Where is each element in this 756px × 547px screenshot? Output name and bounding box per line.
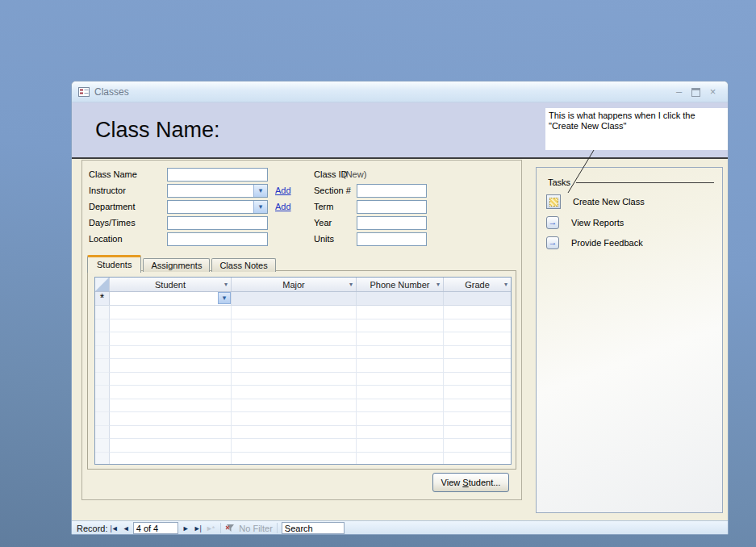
row-selector[interactable] (95, 373, 110, 386)
column-dropdown-icon[interactable]: ▾ (504, 281, 507, 288)
table-cell[interactable] (110, 373, 232, 386)
table-cell[interactable] (110, 346, 232, 360)
table-row[interactable] (95, 412, 511, 426)
table-row[interactable] (95, 453, 511, 466)
table-cell[interactable] (110, 386, 232, 399)
class-name-input[interactable] (167, 168, 268, 182)
table-cell[interactable] (444, 346, 511, 360)
last-record-button[interactable]: ►| (191, 524, 203, 532)
table-cell[interactable] (232, 319, 357, 333)
column-header-grade[interactable]: Grade ▾ (444, 278, 511, 291)
table-cell[interactable] (444, 412, 511, 426)
next-record-button[interactable]: ► (180, 524, 191, 532)
add-department-link[interactable]: Add (275, 202, 291, 211)
table-cell[interactable] (444, 373, 511, 386)
add-instructor-link[interactable]: Add (275, 186, 291, 195)
row-selector[interactable] (95, 359, 110, 373)
table-row[interactable] (95, 399, 511, 413)
table-cell[interactable] (110, 439, 232, 453)
table-cell[interactable] (444, 453, 511, 466)
table-cell[interactable] (232, 399, 357, 413)
section-number-input[interactable] (357, 184, 427, 198)
new-record-row[interactable]: * ▾ (95, 292, 511, 306)
table-cell[interactable] (357, 399, 444, 413)
table-cell[interactable] (232, 373, 357, 386)
new-student-cell[interactable]: ▾ (110, 292, 232, 305)
table-cell[interactable] (444, 332, 511, 346)
table-cell[interactable] (232, 426, 357, 440)
table-cell[interactable] (232, 346, 357, 360)
select-all-corner[interactable] (95, 278, 110, 291)
table-cell[interactable] (444, 319, 511, 333)
tab-class-notes[interactable]: Class Notes (211, 258, 275, 272)
table-cell[interactable] (357, 386, 444, 399)
table-cell[interactable] (444, 386, 511, 399)
table-cell[interactable] (110, 399, 232, 413)
table-cell[interactable] (357, 306, 444, 319)
table-row[interactable] (95, 306, 511, 319)
days-times-input[interactable] (167, 216, 268, 230)
row-selector[interactable] (95, 399, 110, 413)
table-row[interactable] (95, 439, 511, 453)
window-titlebar[interactable]: Classes – × (72, 81, 728, 102)
table-cell[interactable] (357, 453, 444, 466)
row-selector[interactable] (95, 412, 110, 426)
new-major-cell[interactable] (232, 292, 357, 305)
column-dropdown-icon[interactable]: ▾ (224, 281, 228, 288)
table-cell[interactable] (444, 359, 511, 373)
table-row[interactable] (95, 386, 511, 399)
new-record-button[interactable]: ►* (203, 524, 216, 532)
table-cell[interactable] (444, 439, 511, 453)
new-phone-cell[interactable] (357, 292, 444, 305)
table-cell[interactable] (357, 412, 444, 426)
table-cell[interactable] (232, 453, 357, 466)
table-cell[interactable] (232, 439, 357, 453)
row-selector[interactable] (95, 439, 110, 453)
close-button[interactable]: × (704, 81, 721, 102)
column-dropdown-icon[interactable]: ▾ (436, 281, 440, 288)
table-cell[interactable] (357, 373, 444, 386)
column-header-major[interactable]: Major ▾ (232, 278, 357, 291)
table-cell[interactable] (444, 399, 511, 413)
table-cell[interactable] (110, 412, 232, 426)
table-cell[interactable] (110, 319, 232, 333)
table-cell[interactable] (232, 332, 357, 346)
table-cell[interactable] (357, 359, 444, 373)
task-create-new-class[interactable]: Create New Class (546, 194, 722, 209)
column-header-phone-number[interactable]: Phone Number ▾ (357, 278, 444, 291)
task-view-reports[interactable]: → View Reports (546, 216, 722, 229)
tab-students[interactable]: Students (87, 255, 141, 273)
table-cell[interactable] (232, 386, 357, 399)
table-row[interactable] (95, 359, 511, 373)
table-cell[interactable] (444, 306, 511, 319)
table-row[interactable] (95, 332, 511, 346)
row-selector[interactable] (95, 306, 110, 319)
row-selector[interactable] (95, 319, 110, 333)
location-input[interactable] (167, 232, 268, 246)
table-cell[interactable] (357, 426, 444, 440)
table-row[interactable] (95, 319, 511, 333)
column-header-student[interactable]: Student ▾ (110, 278, 232, 291)
table-cell[interactable] (232, 412, 357, 426)
dropdown-button[interactable]: ▾ (253, 185, 267, 197)
department-combobox[interactable]: ▾ (167, 200, 268, 214)
dropdown-button[interactable]: ▾ (253, 201, 267, 213)
restore-button[interactable] (687, 81, 704, 102)
new-grade-cell[interactable] (444, 292, 511, 305)
table-cell[interactable] (110, 332, 232, 346)
row-selector[interactable] (95, 426, 110, 440)
table-cell[interactable] (357, 439, 444, 453)
instructor-combobox[interactable]: ▾ (167, 184, 268, 198)
view-student-button[interactable]: View Student... (432, 473, 509, 492)
column-dropdown-icon[interactable]: ▾ (349, 281, 353, 288)
table-cell[interactable] (357, 346, 444, 360)
units-input[interactable] (357, 232, 427, 246)
table-cell[interactable] (357, 319, 444, 333)
row-selector[interactable] (95, 453, 110, 466)
search-input[interactable] (282, 522, 345, 534)
table-cell[interactable] (110, 306, 232, 319)
table-cell[interactable] (232, 306, 357, 319)
term-input[interactable] (357, 200, 427, 214)
minimize-button[interactable]: – (670, 81, 687, 102)
table-cell[interactable] (110, 453, 232, 466)
